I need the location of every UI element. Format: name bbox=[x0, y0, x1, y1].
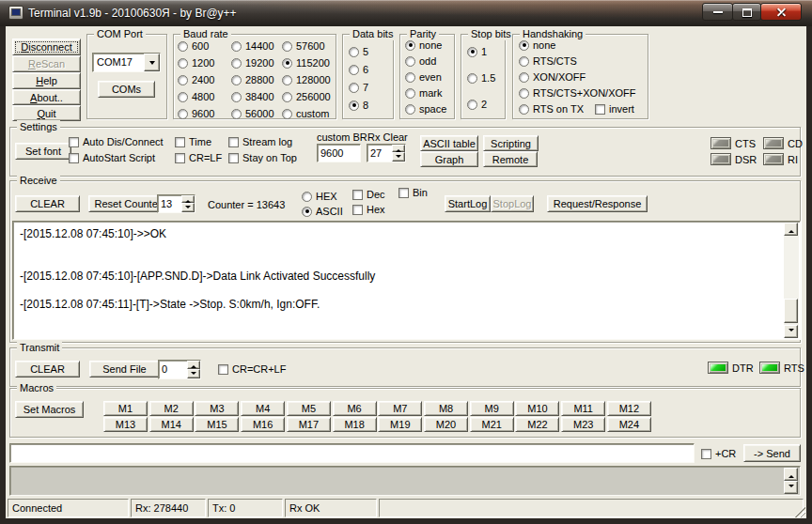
macro-button[interactable]: M24 bbox=[607, 417, 651, 432]
help-button[interactable]: Help bbox=[12, 72, 81, 89]
spin-up-icon[interactable] bbox=[392, 145, 405, 152]
scroll-up-icon[interactable] bbox=[784, 223, 798, 236]
rx-clear-stepper[interactable]: 27 bbox=[367, 144, 406, 162]
macro-button[interactable]: M1 bbox=[103, 401, 148, 416]
handshaking-option[interactable]: XON/XOFF bbox=[519, 71, 636, 83]
macro-button[interactable]: M9 bbox=[470, 401, 514, 416]
hex-display-radio[interactable]: HEX bbox=[302, 191, 337, 202]
transmit-memo[interactable] bbox=[9, 466, 801, 496]
baud-option-selected[interactable]: 115200 bbox=[282, 57, 331, 69]
spin-down-icon[interactable] bbox=[392, 152, 405, 162]
macro-button[interactable]: M8 bbox=[424, 401, 468, 416]
macro-button[interactable]: M5 bbox=[287, 401, 331, 416]
close-button[interactable] bbox=[760, 3, 802, 21]
receive-terminal-area[interactable]: -[2015.12.08 07:45:10]->>OK -[2015.12.08… bbox=[12, 221, 801, 340]
macro-button[interactable]: M17 bbox=[287, 417, 331, 432]
remote-button[interactable]: Remote bbox=[483, 151, 538, 167]
baud-option[interactable]: 38400 bbox=[231, 91, 274, 102]
macro-button[interactable]: M16 bbox=[241, 417, 285, 432]
set-macros-button[interactable]: Set Macros bbox=[15, 401, 84, 418]
handshaking-option-selected[interactable]: none bbox=[519, 39, 636, 51]
macro-button[interactable]: M13 bbox=[103, 417, 148, 432]
cr-lf-checkbox[interactable]: CR=LF bbox=[175, 152, 222, 163]
cr-crlf-checkbox[interactable]: CR=CR+LF bbox=[218, 363, 286, 375]
rescan-button[interactable]: ReScan bbox=[12, 55, 81, 72]
receive-clear-button[interactable]: CLEAR bbox=[15, 195, 80, 212]
send-input[interactable] bbox=[9, 443, 695, 463]
macro-button[interactable]: M12 bbox=[607, 401, 651, 416]
receive-stepper[interactable]: 13 bbox=[157, 194, 195, 213]
send-file-button[interactable]: Send File bbox=[89, 361, 160, 378]
baud-option[interactable]: 600 bbox=[178, 40, 214, 52]
stop-bits-option[interactable]: 2 bbox=[467, 99, 495, 110]
ascii-display-radio[interactable]: ASCII bbox=[302, 206, 343, 217]
stay-on-top-checkbox[interactable]: Stay on Top bbox=[228, 152, 297, 163]
scripting-button[interactable]: Scripting bbox=[483, 135, 539, 151]
minimize-button[interactable] bbox=[702, 3, 733, 21]
about-button[interactable]: About.. bbox=[12, 89, 81, 105]
chevron-down-icon[interactable] bbox=[144, 54, 160, 71]
baud-option[interactable]: custom bbox=[282, 108, 331, 119]
ascii-table-button[interactable]: ASCII table bbox=[420, 135, 478, 151]
parity-option[interactable]: odd bbox=[405, 55, 446, 67]
baud-option[interactable]: 9600 bbox=[178, 108, 214, 119]
macro-button[interactable]: M15 bbox=[195, 417, 239, 432]
scrollbar-thumb[interactable] bbox=[784, 299, 798, 323]
graph-button[interactable]: Graph bbox=[420, 151, 478, 167]
custom-br-input[interactable]: 9600 bbox=[317, 144, 361, 162]
auto-connect-checkbox[interactable]: Auto Dis/Connect bbox=[69, 136, 164, 147]
baud-option[interactable]: 2400 bbox=[178, 74, 214, 85]
baud-option[interactable]: 28800 bbox=[231, 74, 274, 85]
start-log-button[interactable]: StartLog bbox=[445, 195, 491, 212]
macro-button[interactable]: M2 bbox=[149, 401, 194, 416]
disconnect-button[interactable]: Disconnect bbox=[12, 39, 81, 55]
parity-option[interactable]: space bbox=[405, 103, 446, 115]
baud-option[interactable]: 256000 bbox=[282, 91, 331, 102]
parity-option[interactable]: mark bbox=[405, 87, 446, 99]
spin-down-icon[interactable] bbox=[187, 369, 200, 378]
spin-down-icon[interactable] bbox=[181, 203, 195, 212]
scroll-up-icon[interactable] bbox=[784, 468, 798, 481]
spin-up-icon[interactable] bbox=[181, 195, 195, 203]
macro-button[interactable]: M20 bbox=[424, 417, 468, 432]
baud-option[interactable]: 14400 bbox=[231, 40, 274, 52]
data-bits-option[interactable]: 6 bbox=[349, 64, 368, 75]
stop-bits-option[interactable]: 1.5 bbox=[467, 72, 495, 84]
scroll-down-icon[interactable] bbox=[784, 325, 798, 338]
stop-bits-option-selected[interactable]: 1 bbox=[467, 46, 495, 57]
macro-button[interactable]: M4 bbox=[241, 401, 285, 416]
baud-option[interactable]: 56000 bbox=[231, 108, 274, 119]
macro-button[interactable]: M3 bbox=[195, 401, 239, 416]
handshaking-option[interactable]: RTS on TX invert bbox=[519, 103, 636, 115]
maximize-button[interactable] bbox=[732, 3, 761, 21]
data-bits-option-selected[interactable]: 8 bbox=[349, 100, 368, 111]
transmit-stepper[interactable]: 0 bbox=[158, 360, 201, 379]
parity-option-selected[interactable]: none bbox=[405, 39, 446, 51]
baud-option[interactable]: 57600 bbox=[282, 40, 331, 52]
stop-log-button[interactable]: StopLog bbox=[491, 195, 534, 212]
hex-checkbox[interactable]: Hex bbox=[352, 204, 385, 215]
baud-option[interactable]: 128000 bbox=[282, 74, 331, 85]
autostart-script-checkbox[interactable]: AutoStart Script bbox=[69, 152, 155, 163]
coms-button[interactable]: COMs bbox=[98, 81, 155, 98]
macro-button[interactable]: M7 bbox=[378, 401, 422, 416]
data-bits-option[interactable]: 5 bbox=[349, 46, 368, 57]
macro-button[interactable]: M10 bbox=[515, 401, 559, 416]
transmit-clear-button[interactable]: CLEAR bbox=[15, 361, 80, 378]
baud-option[interactable]: 4800 bbox=[178, 91, 214, 102]
baud-option[interactable]: 1200 bbox=[178, 57, 214, 69]
scroll-down-icon[interactable] bbox=[784, 481, 798, 494]
time-checkbox[interactable]: Time bbox=[175, 136, 211, 147]
data-bits-option[interactable]: 7 bbox=[349, 82, 368, 93]
handshaking-option[interactable]: RTS/CTS bbox=[519, 55, 636, 67]
spin-up-icon[interactable] bbox=[187, 361, 200, 369]
reset-counter-button[interactable]: Reset Counter bbox=[88, 195, 167, 212]
macro-button[interactable]: M22 bbox=[515, 417, 559, 432]
macro-button[interactable]: M6 bbox=[333, 401, 377, 416]
quit-button[interactable]: Quit bbox=[12, 105, 81, 121]
stream-log-checkbox[interactable]: Stream log bbox=[228, 136, 292, 147]
handshaking-option[interactable]: RTS/CTS+XON/XOFF bbox=[519, 87, 636, 99]
macro-button[interactable]: M18 bbox=[333, 417, 377, 432]
macro-button[interactable]: M21 bbox=[470, 417, 514, 432]
macro-button[interactable]: M11 bbox=[561, 401, 605, 416]
